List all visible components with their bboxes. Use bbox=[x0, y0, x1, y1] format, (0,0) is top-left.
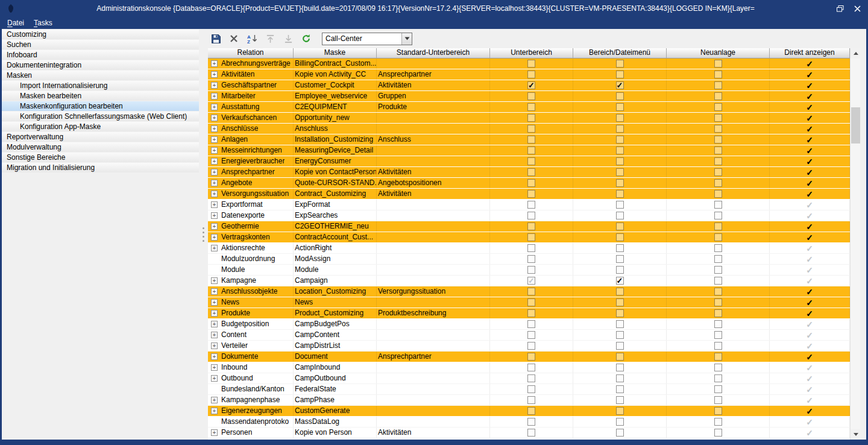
expand-icon[interactable]: + bbox=[211, 397, 218, 403]
unterbereich-checkbox[interactable] bbox=[527, 125, 535, 133]
bereich-dateimenu-checkbox[interactable] bbox=[616, 255, 624, 263]
direkt-anzeigen-check[interactable]: ✓ bbox=[806, 222, 813, 231]
bereich-dateimenu-checkbox[interactable] bbox=[616, 201, 624, 209]
table-row[interactable]: +GeschäftspartnerCustomer_CockpitAktivit… bbox=[208, 80, 850, 91]
expand-icon[interactable]: + bbox=[211, 223, 218, 230]
direkt-anzeigen-check[interactable]: ✓ bbox=[806, 320, 813, 329]
expand-icon[interactable]: + bbox=[211, 93, 218, 99]
bereich-dateimenu-checkbox[interactable] bbox=[616, 157, 624, 165]
scroll-up-button[interactable] bbox=[851, 48, 861, 58]
bereich-dateimenu-checkbox[interactable] bbox=[616, 147, 624, 154]
bereich-dateimenu-checkbox[interactable] bbox=[616, 342, 624, 350]
unterbereich-checkbox[interactable] bbox=[527, 309, 535, 317]
sidebar-item[interactable]: Modulverwaltung bbox=[2, 142, 199, 152]
table-row[interactable]: +ExportformatExpFormat✓ bbox=[208, 200, 850, 210]
table-row[interactable]: +AnschlüsseAnschluss✓ bbox=[208, 124, 850, 134]
direkt-anzeigen-check[interactable]: ✓ bbox=[806, 266, 813, 274]
neuanlage-checkbox[interactable] bbox=[714, 266, 722, 274]
neuanlage-checkbox[interactable] bbox=[714, 320, 722, 328]
unterbereich-checkbox[interactable] bbox=[527, 429, 535, 437]
unterbereich-checkbox[interactable] bbox=[527, 92, 535, 100]
table-row[interactable]: +AnschlussobjekteLocation_CustomizingVer… bbox=[208, 286, 850, 297]
expand-icon[interactable]: + bbox=[211, 115, 218, 121]
scroll-down-button[interactable] bbox=[851, 429, 861, 440]
unterbereich-checkbox[interactable] bbox=[527, 244, 535, 252]
neuanlage-checkbox[interactable] bbox=[714, 157, 722, 165]
expand-icon[interactable]: + bbox=[211, 364, 218, 371]
bereich-dateimenu-checkbox[interactable] bbox=[616, 364, 624, 371]
table-row[interactable]: +ProdukteProduct_CustomizingProduktbesch… bbox=[208, 308, 850, 319]
expand-icon[interactable]: + bbox=[211, 310, 218, 317]
neuanlage-checkbox[interactable] bbox=[714, 125, 722, 133]
direkt-anzeigen-check[interactable]: ✓ bbox=[806, 157, 813, 166]
column-header[interactable]: Relation bbox=[208, 48, 294, 58]
sidebar-item[interactable]: Suchen bbox=[2, 40, 199, 49]
table-row[interactable]: +EnergieverbraucherEnergyConsumer✓ bbox=[208, 156, 850, 167]
unterbereich-checkbox[interactable] bbox=[527, 71, 535, 78]
sidebar-item[interactable]: Infoboard bbox=[2, 50, 199, 60]
neuanlage-checkbox[interactable] bbox=[714, 168, 722, 176]
expand-icon[interactable]: + bbox=[211, 375, 218, 382]
neuanlage-checkbox[interactable] bbox=[714, 288, 722, 295]
menu-item-datei[interactable]: Datei bbox=[7, 19, 24, 27]
direkt-anzeigen-check[interactable]: ✓ bbox=[806, 71, 813, 79]
direkt-anzeigen-check[interactable]: ✓ bbox=[806, 147, 813, 155]
table-row[interactable]: +KampagnenphaseCampPhase✓ bbox=[208, 395, 850, 406]
save-button[interactable] bbox=[210, 33, 222, 45]
neuanlage-checkbox[interactable] bbox=[714, 71, 722, 78]
direkt-anzeigen-check[interactable]: ✓ bbox=[806, 288, 813, 296]
table-row[interactable]: +DokumenteDocumentAnsprechpartner✓ bbox=[208, 352, 850, 362]
expand-icon[interactable]: + bbox=[211, 321, 218, 327]
table-row[interactable]: ModulzuordnungModAssign✓ bbox=[208, 254, 850, 265]
expand-icon[interactable]: + bbox=[211, 104, 218, 110]
table-row[interactable]: +AbrechnungsverträgeBillingContract_Cust… bbox=[208, 58, 850, 69]
bereich-dateimenu-checkbox[interactable] bbox=[616, 288, 624, 295]
bereich-dateimenu-checkbox[interactable] bbox=[616, 407, 624, 415]
expand-icon[interactable]: + bbox=[211, 169, 218, 175]
neuanlage-checkbox[interactable] bbox=[714, 136, 722, 144]
unterbereich-checkbox[interactable] bbox=[527, 331, 535, 339]
bereich-dateimenu-checkbox[interactable] bbox=[616, 114, 624, 122]
neuanlage-checkbox[interactable] bbox=[714, 374, 722, 382]
table-row[interactable]: +VerkaufschancenOpportunity_new✓ bbox=[208, 113, 850, 124]
direkt-anzeigen-check[interactable]: ✓ bbox=[806, 114, 813, 122]
move-up-button[interactable] bbox=[264, 33, 276, 45]
neuanlage-checkbox[interactable] bbox=[714, 298, 722, 306]
expand-icon[interactable]: + bbox=[211, 288, 218, 295]
close-button[interactable] bbox=[852, 4, 862, 13]
bereich-dateimenu-checkbox[interactable] bbox=[616, 190, 624, 198]
expand-icon[interactable]: + bbox=[211, 180, 218, 186]
expand-icon[interactable]: + bbox=[211, 136, 218, 143]
table-row[interactable]: +VersorgungssituationContract_Customizin… bbox=[208, 189, 850, 200]
direkt-anzeigen-check[interactable]: ✓ bbox=[806, 418, 813, 426]
direkt-anzeigen-check[interactable]: ✓ bbox=[806, 233, 813, 242]
neuanlage-checkbox[interactable] bbox=[714, 255, 722, 263]
neuanlage-checkbox[interactable] bbox=[714, 103, 722, 111]
column-header[interactable]: Standard-Unterbereich bbox=[377, 48, 490, 58]
expand-icon[interactable]: + bbox=[211, 332, 218, 338]
neuanlage-checkbox[interactable] bbox=[714, 429, 722, 437]
table-row[interactable]: +OutboundCampOutbound✓ bbox=[208, 373, 850, 384]
sidebar-item[interactable]: Masken bbox=[2, 71, 199, 80]
expand-icon[interactable]: + bbox=[211, 82, 218, 89]
neuanlage-checkbox[interactable] bbox=[714, 179, 722, 187]
unterbereich-checkbox[interactable] bbox=[527, 266, 535, 274]
neuanlage-checkbox[interactable] bbox=[714, 60, 722, 68]
table-row[interactable]: +AnsprechpartnerKopie von ContactPersonA… bbox=[208, 167, 850, 178]
bereich-dateimenu-checkbox[interactable] bbox=[616, 385, 624, 393]
unterbereich-checkbox[interactable] bbox=[527, 320, 535, 328]
bereich-dateimenu-checkbox[interactable] bbox=[616, 266, 624, 274]
unterbereich-checkbox[interactable] bbox=[527, 298, 535, 306]
table-row[interactable]: +DatenexporteExpSearches✓ bbox=[208, 210, 850, 221]
unterbereich-checkbox[interactable] bbox=[527, 179, 535, 187]
expand-icon[interactable]: + bbox=[211, 60, 218, 67]
direkt-anzeigen-check[interactable]: ✓ bbox=[806, 136, 813, 144]
expand-icon[interactable]: + bbox=[211, 408, 218, 414]
sidebar-item[interactable]: Migration und Initialisierung bbox=[2, 163, 199, 172]
direkt-anzeigen-check[interactable]: ✓ bbox=[806, 364, 813, 372]
delete-button[interactable] bbox=[228, 33, 240, 45]
bereich-dateimenu-checkbox[interactable] bbox=[616, 212, 624, 219]
table-row[interactable]: +ContentCampContent✓ bbox=[208, 330, 850, 341]
expand-icon[interactable]: + bbox=[211, 277, 218, 284]
refresh-button[interactable] bbox=[300, 33, 312, 45]
